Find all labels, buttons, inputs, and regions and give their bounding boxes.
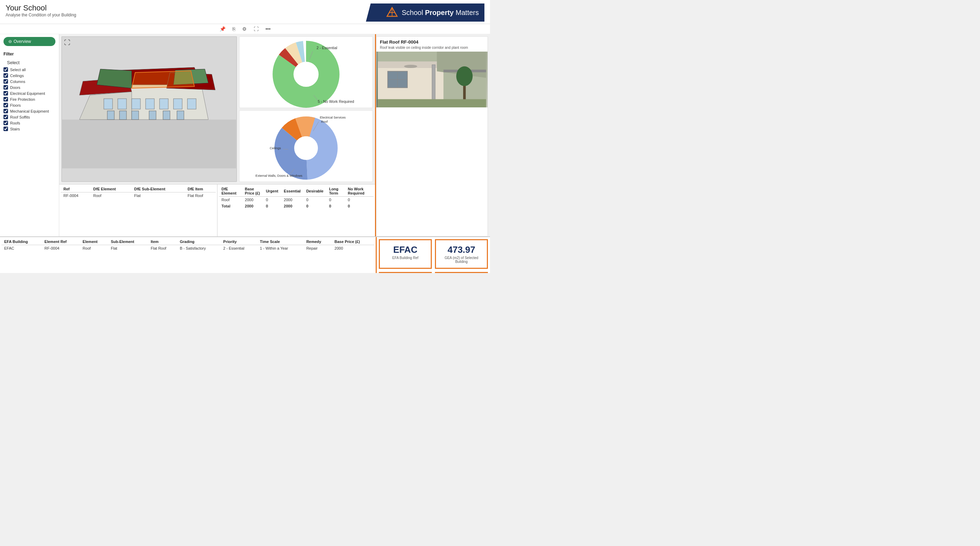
filter-item-columns: Columns: [3, 78, 56, 84]
overview-arrow-icon: ⊖: [8, 39, 12, 44]
filter-checkbox-electrical[interactable]: [3, 91, 8, 96]
efa-building-header: EFA Building: [2, 239, 42, 245]
logo-text: School Property Matters: [402, 9, 479, 17]
toolbar-filter-btn[interactable]: ⚙: [241, 25, 248, 32]
filter-label-mechanical: Mechanical Equipment: [10, 109, 49, 113]
filter-item-floors: Floors: [3, 102, 56, 108]
svg-marker-9: [97, 69, 132, 88]
element-ref-header: Element Ref: [42, 239, 80, 245]
toolbar-copy-btn[interactable]: ⎘: [231, 25, 237, 32]
middle-col: ⛶: [59, 34, 375, 236]
building-model-svg: [62, 37, 236, 181]
chart-box-priority: 2 - Essential 5 - No Work Required: [239, 36, 373, 108]
svg-text:2 - Essential: 2 - Essential: [317, 46, 337, 50]
filter-label-floors: Floors: [10, 103, 21, 107]
filter-item-stairs: Stairs: [3, 126, 56, 132]
filter-item-roofs: Roofs: [3, 120, 56, 126]
dfe-item-cell: Flat Roof: [185, 193, 215, 199]
bottom-row: EFA Building Element Ref Element Sub-Ele…: [0, 236, 490, 273]
filter-checkbox-mechanical[interactable]: [3, 109, 8, 113]
toolbar-more-btn[interactable]: •••: [264, 25, 272, 32]
sidebar: ⊖ Overview Filter Select Select all Ceil…: [0, 34, 59, 236]
svg-rect-18: [107, 111, 114, 119]
right-panel: Flat Roof RF-0004 Roof leak visible on c…: [375, 34, 490, 236]
photo-svg: [376, 52, 488, 107]
filter-item-ceilings: Ceilings: [3, 73, 56, 78]
detail-subtitle: Roof leak visible on ceiling inside corr…: [376, 46, 488, 52]
header-right: School Property Matters: [366, 3, 484, 22]
bottom-table: EFA Building Element Ref Element Sub-Ele…: [2, 239, 374, 252]
table-row[interactable]: Roof 2000 0 2000 0 0 0: [219, 197, 374, 203]
header: Your School Analyse the Condition of you…: [0, 0, 490, 24]
table-row[interactable]: RF-0004 Roof Flat Flat Roof: [60, 193, 216, 199]
bottom-table-row[interactable]: EFAC RF-0004 Roof Flat Flat Roof B - Sat…: [2, 245, 374, 252]
stats-panel: EFAC EFA Building Ref 473.97 GEA (m2) of…: [376, 237, 490, 273]
filter-checkbox-selectall[interactable]: [3, 67, 8, 72]
svg-rect-3: [62, 119, 236, 169]
logo-container: School Property Matters: [366, 3, 484, 22]
stat-value-efac: EFAC: [383, 244, 428, 255]
item-cell: Flat Roof: [148, 245, 177, 252]
efa-building-cell: EFAC: [2, 245, 42, 252]
model-and-charts: ⛶: [59, 34, 375, 184]
filter-checkbox-ceilings[interactable]: [3, 73, 8, 78]
filter-checkbox-floors[interactable]: [3, 103, 8, 107]
grading-header: Grading: [177, 239, 221, 245]
ref-col-header: Ref: [60, 186, 91, 193]
detail-box: Flat Roof RF-0004 Roof leak visible on c…: [376, 36, 488, 236]
filter-item-fireprotection: Fire Protection: [3, 96, 56, 102]
svg-text:Ceilings: Ceilings: [270, 146, 281, 150]
svg-point-55: [404, 65, 417, 68]
page-subtitle: Analyse the Condition of your Building: [6, 13, 76, 18]
ref-cell: RF-0004: [60, 193, 91, 199]
filter-checkbox-doors[interactable]: [3, 85, 8, 90]
filter-checkbox-roofs[interactable]: [3, 121, 8, 125]
total-row: Total 2000 0 2000 0 0 0: [219, 203, 374, 209]
expand-icon[interactable]: ⛶: [64, 39, 70, 46]
timescale-header: Time Scale: [257, 239, 304, 245]
svg-rect-58: [378, 99, 486, 107]
filter-label-stairs: Stairs: [10, 127, 20, 131]
filter-label-fireprotection: Fire Protection: [10, 97, 35, 102]
base-price-col-header: Base Price (£): [332, 239, 374, 245]
svg-text:Electrical Services: Electrical Services: [320, 116, 345, 119]
filter-checkbox-roofsoffits[interactable]: [3, 115, 8, 119]
stat-value-gea: 473.97: [439, 244, 484, 255]
app-container: Your School Analyse the Condition of you…: [0, 0, 490, 273]
nowork-header: No Work Required: [345, 186, 374, 197]
toolbar-pin-btn[interactable]: 📌: [218, 25, 227, 32]
overview-button[interactable]: ⊖ Overview: [3, 37, 56, 46]
remedy-header: Remedy: [304, 239, 332, 245]
filter-checkbox-fireprotection[interactable]: [3, 97, 8, 102]
stat-box-gea: 473.97 GEA (m2) of Selected Building: [435, 239, 488, 269]
svg-rect-23: [177, 111, 184, 119]
header-left: Your School Analyse the Condition of you…: [6, 3, 76, 18]
filter-item-selectall: Select all: [3, 67, 56, 73]
stat-box-baseprice: £2000 Base Price of Selected Items: [379, 272, 432, 273]
dfe-element-col-header: DfE Element: [91, 186, 132, 193]
filter-label-ceilings: Ceilings: [10, 73, 24, 78]
filter-item-roofsoffits: Roof Soffits: [3, 114, 56, 120]
stat-box-perm2: £4.22 Base Price per m2 of Selected GEA: [435, 272, 488, 273]
filter-item-doors: Doors: [3, 84, 56, 90]
filter-item-electrical: Electrical Equipment: [3, 90, 56, 96]
dfe-elem-header: DfE Element: [219, 186, 242, 197]
grading-cell: B - Satisfactory: [177, 245, 221, 252]
filter-checkbox-stairs[interactable]: [3, 127, 8, 131]
mid-left-table-container: Ref DfE Element DfE Sub-Element DfE Item…: [59, 185, 218, 236]
dfe-element-cell: Roof: [91, 193, 132, 199]
filter-checkbox-columns[interactable]: [3, 79, 8, 84]
chart-box-element: Electrical Services Roof Ceilings Extern…: [239, 110, 373, 182]
filter-label-doors: Doors: [10, 86, 20, 90]
stat-label-gea: GEA (m2) of Selected Building: [439, 256, 484, 264]
element-cell: Roof: [80, 245, 108, 252]
svg-point-38: [295, 137, 317, 159]
svg-rect-15: [160, 99, 168, 109]
desirable-header: Desirable: [304, 186, 326, 197]
filter-label-roofsoffits: Roof Soffits: [10, 115, 30, 119]
svg-text:5 - No Work Required: 5 - No Work Required: [318, 99, 354, 103]
toolbar-expand-btn[interactable]: ⛶: [252, 25, 260, 32]
svg-rect-14: [146, 99, 154, 109]
timescale-cell: 1 - Within a Year: [257, 245, 304, 252]
svg-rect-16: [173, 99, 182, 109]
